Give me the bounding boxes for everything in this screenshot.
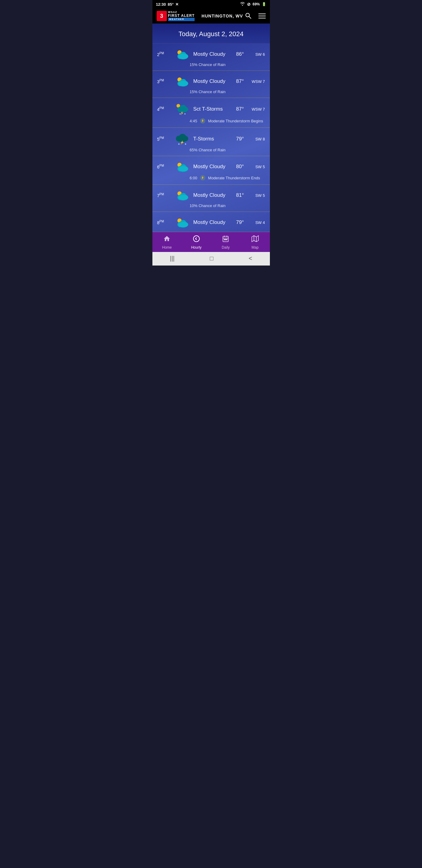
weather-detail: 65% Chance of Rain (157, 148, 265, 152)
svg-point-7 (178, 54, 188, 59)
app-header: 3 WSAZ FIRST ALERT WEATHER HUNTINGTON, W… (153, 8, 270, 24)
condition-label: Mostly Cloudy (193, 192, 232, 198)
wind-speed: SW 6 (251, 52, 265, 57)
weather-main: 8PM Mostly Cloudy 79° SW 4 (157, 217, 265, 228)
temperature: 80° (236, 164, 244, 170)
hour-time: 3PM (157, 79, 170, 84)
weather-row: 4PM Sct T-Storms 87° WSW 7 4:45 (153, 98, 270, 128)
hour-time: 2PM (157, 52, 170, 57)
weather-row: 3PM Mostly Cloudy 87° WSW 7 15% Chance o… (153, 71, 270, 98)
condition-label: Mostly Cloudy (193, 51, 232, 57)
weather-icon (174, 103, 190, 116)
search-icon[interactable] (245, 13, 251, 20)
nav-label: Home (162, 245, 172, 250)
weather-detail: 15% Chance of Rain (157, 62, 265, 67)
status-temp: 85° (168, 2, 174, 7)
date-banner: Today, August 2, 2024 (153, 24, 270, 44)
weather-icon (174, 49, 190, 60)
event-time: 4:45 (190, 119, 197, 123)
condition-label: Mostly Cloudy (193, 219, 232, 225)
weather-icon (174, 190, 190, 201)
svg-point-44 (178, 195, 188, 200)
nav-item-daily[interactable]: Daily (215, 235, 236, 250)
hour-time: 7PM (157, 193, 170, 198)
hour-time: 4PM (157, 106, 170, 112)
logo-text: WSAZ FIRST ALERT WEATHER (168, 11, 195, 21)
logo-number: 3 (157, 11, 167, 21)
wind-speed: SW 8 (251, 137, 265, 141)
weather-main: 4PM Sct T-Storms 87° WSW 7 (157, 103, 265, 116)
condition-label: Sct T-Storms (193, 106, 232, 112)
weather-row: 8PM Mostly Cloudy 79° SW 4 (153, 212, 270, 232)
weather-icon (174, 76, 190, 87)
hour-time: 5PM (157, 136, 170, 142)
logo-first-alert: FIRST ALERT (168, 14, 195, 18)
weather-main: 7PM Mostly Cloudy 81° SW 5 (157, 190, 265, 201)
svg-rect-56 (224, 239, 225, 240)
status-left: 12:30 85° ✕ (156, 2, 179, 7)
nav-label: Hourly (191, 245, 201, 250)
temperature: 87° (236, 79, 244, 84)
status-time: 12:30 (156, 2, 166, 7)
nav-item-map[interactable]: Map (245, 235, 266, 250)
system-nav: ||| □ < (153, 252, 270, 266)
svg-point-36 (178, 166, 188, 172)
home-icon (163, 235, 170, 244)
svg-point-51 (193, 236, 199, 242)
wind-speed: SW 4 (251, 220, 265, 225)
temperature: 86° (236, 51, 244, 57)
recents-button[interactable]: ||| (170, 255, 175, 262)
svg-point-29 (178, 144, 179, 145)
back-button[interactable]: < (249, 255, 252, 262)
nav-item-hourly[interactable]: Hourly (186, 235, 207, 250)
event-text: Moderate Thunderstorm Begins (208, 119, 263, 123)
nav-label: Map (252, 245, 258, 250)
block-icon: ⊘ (247, 2, 251, 7)
condition-label: T-Storms (193, 136, 232, 142)
map-icon (252, 235, 259, 244)
weather-row: 2PM Mostly Cloudy 86° SW 6 15% Chance of… (153, 44, 270, 71)
weather-detail: 10% Chance of Rain (157, 204, 265, 208)
nav-item-home[interactable]: Home (156, 235, 177, 250)
svg-rect-58 (227, 239, 227, 240)
svg-point-50 (178, 222, 188, 227)
logo: 3 WSAZ FIRST ALERT WEATHER (157, 11, 195, 21)
status-block-icon: ✕ (175, 2, 178, 7)
date-text: Today, August 2, 2024 (178, 30, 244, 38)
event-text: Moderate Thunderstorm Ends (208, 176, 260, 180)
weather-row: 6PM Mostly Cloudy 80° SW 5 6:00 Moderate (153, 156, 270, 185)
rain-chance: 15% Chance of Rain (190, 62, 226, 67)
location-display: HUNTINGTON, WV (201, 13, 251, 20)
condition-label: Mostly Cloudy (193, 79, 232, 84)
menu-button[interactable] (258, 13, 266, 19)
hour-time: 8PM (157, 220, 170, 225)
weather-main: 2PM Mostly Cloudy 86° SW 6 (157, 49, 265, 60)
svg-point-21 (184, 113, 186, 115)
home-button[interactable]: □ (209, 255, 213, 262)
svg-point-0 (246, 13, 250, 17)
svg-point-27 (183, 136, 188, 141)
calendar-icon (222, 235, 229, 244)
temperature: 79° (236, 136, 244, 142)
location-text: HUNTINGTON, WV (201, 13, 243, 19)
svg-point-13 (178, 81, 188, 86)
logo-weather: WEATHER (168, 18, 195, 21)
svg-line-1 (249, 17, 251, 19)
event-time: 6:00 (190, 176, 197, 180)
svg-rect-57 (225, 239, 226, 240)
svg-point-18 (183, 107, 188, 112)
nav-label: Daily (222, 245, 230, 250)
rain-chance: 10% Chance of Rain (190, 204, 226, 208)
temperature: 87° (236, 106, 244, 112)
condition-label: Mostly Cloudy (193, 164, 232, 170)
weather-container: 2PM Mostly Cloudy 86° SW 6 15% Chance of… (153, 44, 270, 232)
wind-speed: SW 5 (251, 193, 265, 198)
back-circle-icon (193, 235, 200, 244)
battery-pct: 69% (252, 2, 260, 6)
bottom-nav: Home Hourly Daily Map (153, 232, 270, 252)
weather-icon (174, 217, 190, 228)
svg-marker-59 (252, 236, 258, 242)
weather-row: 7PM Mostly Cloudy 81° SW 5 10% Chance of… (153, 185, 270, 212)
wind-speed: WSW 7 (251, 79, 265, 84)
weather-row: 5PM T-Storms 79° SW 8 65% Chance of Rain (153, 128, 270, 156)
